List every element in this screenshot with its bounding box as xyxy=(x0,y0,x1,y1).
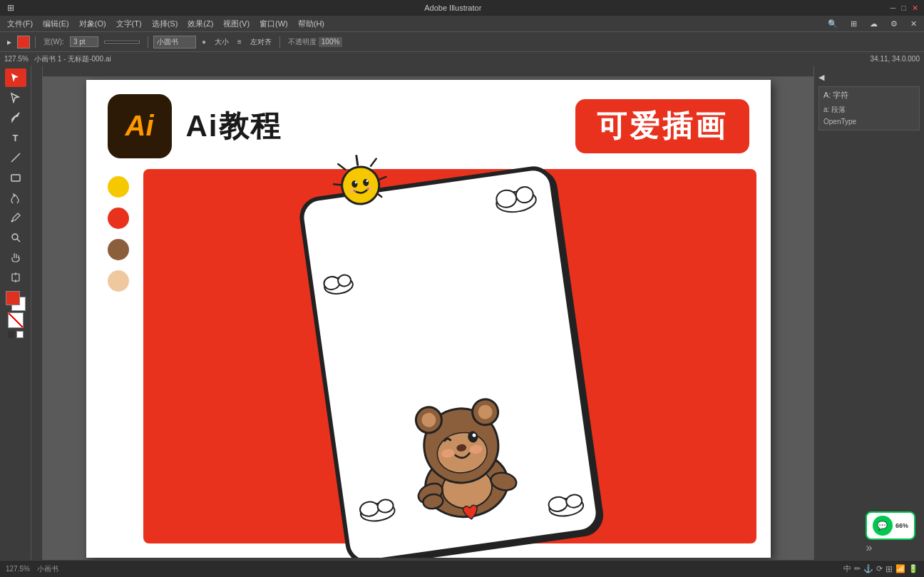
status-icons: 中 ✏ ⚓ ⟳ ⊞ 📶 🔋 xyxy=(843,563,918,574)
select-tool[interactable]: ▸ xyxy=(4,36,14,48)
font-dropdown[interactable]: 小圆书 xyxy=(153,36,196,48)
right-panel: ◀ A: 字符 a: 段落 OpenType » xyxy=(813,66,924,560)
none-stroke[interactable] xyxy=(8,312,24,328)
palette-dot-4 xyxy=(108,270,129,292)
illustration-area xyxy=(143,169,756,543)
zoom-tool[interactable] xyxy=(5,228,26,247)
expand-panel-button[interactable]: » xyxy=(866,541,873,554)
font-size[interactable]: 大小 xyxy=(212,36,232,48)
svg-line-10 xyxy=(356,155,357,165)
arrange-icon[interactable]: ⊞ xyxy=(846,18,861,30)
wechat-badge[interactable]: 💬 66% xyxy=(866,511,915,540)
minimize-button[interactable]: ─ xyxy=(890,4,896,13)
swap-colors[interactable] xyxy=(16,331,24,338)
artwork-title: Ai教程 xyxy=(186,106,282,146)
stroke-weight-label: 宽(W): xyxy=(41,36,67,48)
status-grid: ⊞ xyxy=(885,564,893,574)
close-icon[interactable]: ✕ xyxy=(906,18,921,30)
ai-logo-text: Ai xyxy=(125,110,154,142)
color-stack[interactable] xyxy=(6,291,26,311)
status-right: 中 ✏ ⚓ ⟳ ⊞ 📶 🔋 xyxy=(843,563,918,574)
direct-selection-tool[interactable] xyxy=(5,88,26,107)
panel-toggle[interactable]: ◀ xyxy=(818,73,824,82)
menu-edit[interactable]: 编辑(E) xyxy=(38,17,73,31)
document-canvas: Ai Ai教程 可爱插画 xyxy=(86,80,771,558)
maximize-button[interactable]: □ xyxy=(901,4,906,13)
menu-select[interactable]: 选择(S) xyxy=(148,17,183,31)
svg-point-31 xyxy=(376,499,394,514)
type-tool[interactable]: T xyxy=(5,128,26,147)
color-reset[interactable] xyxy=(8,331,24,338)
transform-tool[interactable] xyxy=(5,268,26,287)
ai-logo: Ai xyxy=(108,94,172,158)
menu-view[interactable]: 视图(V) xyxy=(219,17,254,31)
window-buttons[interactable]: ─ □ ✕ xyxy=(890,4,918,13)
font-style[interactable]: ● xyxy=(199,36,209,47)
separator-2 xyxy=(148,36,148,48)
stroke-line[interactable] xyxy=(101,39,143,45)
opacity-value[interactable]: 100% xyxy=(319,37,343,47)
menu-help[interactable]: 帮助(H) xyxy=(294,17,329,31)
menu-effect[interactable]: 效果(Z) xyxy=(183,17,217,31)
status-wifi: 📶 xyxy=(895,564,905,573)
menu-object[interactable]: 对象(O) xyxy=(75,17,111,31)
svg-point-28 xyxy=(337,274,351,287)
stroke-width-value[interactable]: 3 pt xyxy=(70,36,98,47)
svg-point-34 xyxy=(565,494,582,509)
paintbucket-tool[interactable] xyxy=(5,188,26,207)
color-section xyxy=(6,291,26,338)
window-controls[interactable]: ⊞ xyxy=(6,3,16,13)
palette-dot-2 xyxy=(108,208,129,229)
wechat-info: 66% xyxy=(895,522,908,529)
settings-icon[interactable]: ⚙ xyxy=(886,18,902,30)
opacity-label: 不透明度 xyxy=(288,37,317,47)
status-sync: ⟳ xyxy=(876,564,883,573)
sun-svg xyxy=(324,148,396,220)
svg-line-1 xyxy=(11,153,20,162)
status-lang: 中 xyxy=(843,563,851,574)
panel-item-1[interactable]: a: 段落 xyxy=(823,103,915,116)
status-pencil: ✏ xyxy=(854,564,861,573)
separator-1 xyxy=(35,36,36,48)
status-zoom[interactable]: 127.5% xyxy=(6,565,30,573)
ruler-vertical xyxy=(31,66,43,560)
wechat-percent: 66% xyxy=(895,522,908,529)
bear-character xyxy=(379,358,543,533)
cloud-bottom-left xyxy=(354,491,400,525)
svg-point-5 xyxy=(12,234,18,240)
window-menu-icon[interactable]: ⊞ xyxy=(6,3,16,13)
eyedropper-tool[interactable] xyxy=(5,208,26,227)
canvas-area[interactable]: Ai Ai教程 可爱插画 xyxy=(31,66,813,560)
fill-color[interactable] xyxy=(17,36,30,48)
window-title: Adobe Illustrator xyxy=(20,4,886,12)
close-button[interactable]: ✕ xyxy=(912,4,918,13)
status-anchor: ⚓ xyxy=(863,564,873,573)
artwork-badge: 可爱插画 xyxy=(575,99,749,153)
menu-text[interactable]: 文字(T) xyxy=(112,17,146,31)
panel-item-2[interactable]: OpenType xyxy=(823,116,915,127)
color-palette xyxy=(108,176,129,292)
svg-line-11 xyxy=(369,158,376,165)
menu-window[interactable]: 窗口(W) xyxy=(255,17,292,31)
selection-tool[interactable] xyxy=(5,68,26,87)
wechat-icon: 💬 xyxy=(873,516,893,536)
align-label[interactable]: 左对齐 xyxy=(247,36,274,48)
toolbox: T xyxy=(0,66,31,560)
svg-rect-2 xyxy=(11,175,20,181)
menu-file[interactable]: 文件(F) xyxy=(3,17,37,31)
opacity-control[interactable]: 不透明度 100% xyxy=(285,36,346,48)
panel-spacer xyxy=(818,133,920,536)
hand-tool[interactable] xyxy=(5,248,26,267)
align-icon[interactable]: ≡ xyxy=(235,36,245,47)
cloud-icon[interactable]: ☁ xyxy=(866,18,882,30)
line-tool[interactable] xyxy=(5,148,26,167)
default-colors[interactable] xyxy=(8,331,15,338)
shape-tool[interactable] xyxy=(5,168,26,187)
pen-tool[interactable] xyxy=(5,108,26,127)
zoom-level[interactable]: 127.5% xyxy=(4,55,29,63)
search-icon[interactable]: 🔍 xyxy=(823,18,842,30)
foreground-color[interactable] xyxy=(6,291,20,305)
artwork: Ai Ai教程 可爱插画 xyxy=(86,80,771,558)
svg-line-6 xyxy=(17,239,20,242)
cloud-mid-left xyxy=(319,267,357,297)
